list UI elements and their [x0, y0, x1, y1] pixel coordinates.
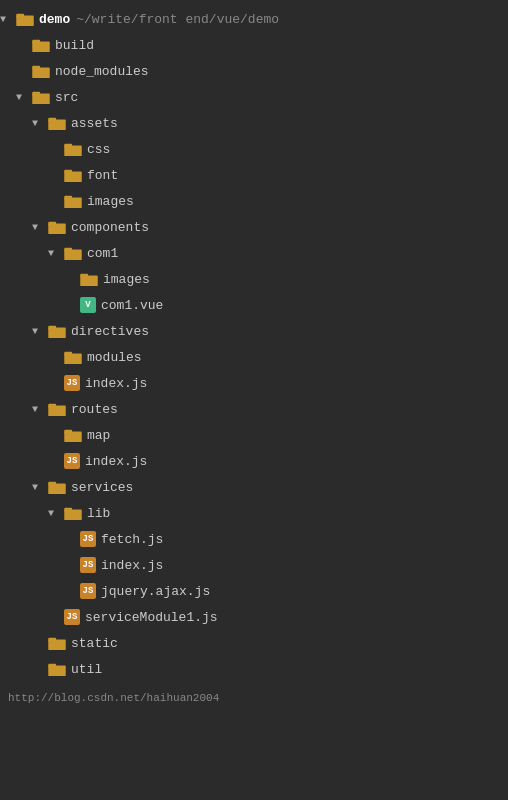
folder-icon — [48, 402, 66, 416]
folder-icon — [64, 142, 82, 156]
item-label-build: build — [55, 38, 94, 53]
folder-icon — [32, 38, 50, 52]
tree-item-build[interactable]: build — [0, 32, 508, 58]
folder-icon — [48, 220, 66, 234]
svg-rect-21 — [80, 274, 88, 278]
tree-item-index_dir[interactable]: JSindex.js — [0, 370, 508, 396]
item-label-modules_dir: modules — [87, 350, 142, 365]
item-label-map: map — [87, 428, 110, 443]
svg-rect-15 — [64, 196, 72, 200]
tree-item-assets[interactable]: assets — [0, 110, 508, 136]
tree-item-index_lib[interactable]: JSindex.js — [0, 552, 508, 578]
tree-item-util[interactable]: util — [0, 656, 508, 682]
footer-link[interactable]: http://blog.csdn.net/haihuan2004 — [0, 688, 508, 708]
tree-arrow-com1 — [48, 248, 64, 259]
svg-rect-23 — [48, 326, 56, 330]
tree-arrow-src — [16, 92, 32, 103]
tree-item-src[interactable]: src — [0, 84, 508, 110]
tree-item-modules_dir[interactable]: modules — [0, 344, 508, 370]
svg-rect-13 — [64, 170, 72, 174]
svg-rect-17 — [48, 222, 56, 226]
folder-icon — [64, 246, 82, 260]
item-label-directives: directives — [71, 324, 149, 339]
js-file-icon: JS — [64, 375, 80, 391]
svg-rect-25 — [64, 352, 72, 356]
svg-rect-1 — [16, 14, 24, 18]
tree-item-serviceModule1[interactable]: JSserviceModule1.js — [0, 604, 508, 630]
item-label-services: services — [71, 480, 133, 495]
svg-rect-33 — [64, 508, 72, 512]
svg-rect-29 — [64, 430, 72, 434]
svg-rect-9 — [48, 118, 56, 122]
tree-item-index_routes[interactable]: JSindex.js — [0, 448, 508, 474]
tree-item-node_modules[interactable]: node_modules — [0, 58, 508, 84]
item-label-lib: lib — [87, 506, 110, 521]
folder-icon — [64, 194, 82, 208]
folder-icon — [80, 272, 98, 286]
item-label-index_dir: index.js — [85, 376, 147, 391]
svg-rect-35 — [48, 638, 56, 642]
vue-file-icon: V — [80, 297, 96, 313]
folder-icon — [32, 90, 50, 104]
tree-item-map[interactable]: map — [0, 422, 508, 448]
item-label-images_com1: images — [103, 272, 150, 287]
folder-icon — [48, 324, 66, 338]
folder-icon — [32, 64, 50, 78]
item-label-node_modules: node_modules — [55, 64, 149, 79]
folder-icon — [48, 636, 66, 650]
folder-icon — [64, 168, 82, 182]
tree-item-directives[interactable]: directives — [0, 318, 508, 344]
item-label-assets: assets — [71, 116, 118, 131]
tree-item-font[interactable]: font — [0, 162, 508, 188]
tree-item-fetch_js[interactable]: JSfetch.js — [0, 526, 508, 552]
folder-icon — [48, 662, 66, 676]
tree-arrow-services — [32, 482, 48, 493]
tree-item-components[interactable]: components — [0, 214, 508, 240]
tree-item-com1[interactable]: com1 — [0, 240, 508, 266]
js-file-icon: JS — [80, 531, 96, 547]
tree-item-jquery_ajax[interactable]: JSjquery.ajax.js — [0, 578, 508, 604]
folder-icon — [48, 116, 66, 130]
js-file-icon: JS — [64, 453, 80, 469]
folder-icon — [16, 12, 34, 26]
tree-item-routes[interactable]: routes — [0, 396, 508, 422]
folder-icon — [64, 350, 82, 364]
js-file-icon: JS — [80, 557, 96, 573]
js-file-icon: JS — [80, 583, 96, 599]
tree-item-root[interactable]: demo~/write/front end/vue/demo — [0, 6, 508, 32]
item-label-font: font — [87, 168, 118, 183]
folder-icon — [64, 506, 82, 520]
svg-rect-37 — [48, 664, 56, 668]
tree-item-images_com1[interactable]: images — [0, 266, 508, 292]
svg-rect-5 — [32, 66, 40, 70]
tree-item-lib[interactable]: lib — [0, 500, 508, 526]
item-label-jquery_ajax: jquery.ajax.js — [101, 584, 210, 599]
tree-arrow-directives — [32, 326, 48, 337]
file-tree: demo~/write/front end/vue/demo build nod… — [0, 0, 508, 688]
tree-item-static[interactable]: static — [0, 630, 508, 656]
item-label-routes: routes — [71, 402, 118, 417]
tree-arrow-root — [0, 14, 16, 25]
tree-arrow-routes — [32, 404, 48, 415]
svg-rect-11 — [64, 144, 72, 148]
item-label-static: static — [71, 636, 118, 651]
item-label-serviceModule1: serviceModule1.js — [85, 610, 218, 625]
tree-arrow-components — [32, 222, 48, 233]
item-label-css: css — [87, 142, 110, 157]
item-label-com1vue: com1.vue — [101, 298, 163, 313]
tree-arrow-lib — [48, 508, 64, 519]
tree-item-images_assets[interactable]: images — [0, 188, 508, 214]
item-label-fetch_js: fetch.js — [101, 532, 163, 547]
item-label-index_lib: index.js — [101, 558, 163, 573]
tree-arrow-assets — [32, 118, 48, 129]
tree-item-services[interactable]: services — [0, 474, 508, 500]
js-file-icon: JS — [64, 609, 80, 625]
tree-item-com1vue[interactable]: Vcom1.vue — [0, 292, 508, 318]
tree-item-css[interactable]: css — [0, 136, 508, 162]
item-label-images_assets: images — [87, 194, 134, 209]
svg-rect-31 — [48, 482, 56, 486]
item-label-com1: com1 — [87, 246, 118, 261]
svg-rect-7 — [32, 92, 40, 96]
svg-rect-19 — [64, 248, 72, 252]
folder-icon — [48, 480, 66, 494]
